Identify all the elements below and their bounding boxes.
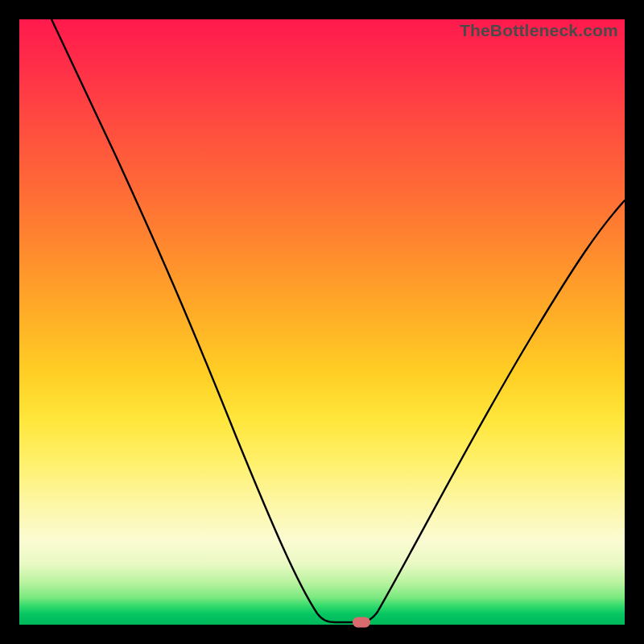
curve-path	[52, 19, 625, 622]
chart-frame: TheBottleneck.com	[0, 0, 644, 644]
bottleneck-curve	[19, 19, 625, 625]
plot-area: TheBottleneck.com	[19, 19, 625, 625]
optimal-marker	[353, 617, 370, 628]
